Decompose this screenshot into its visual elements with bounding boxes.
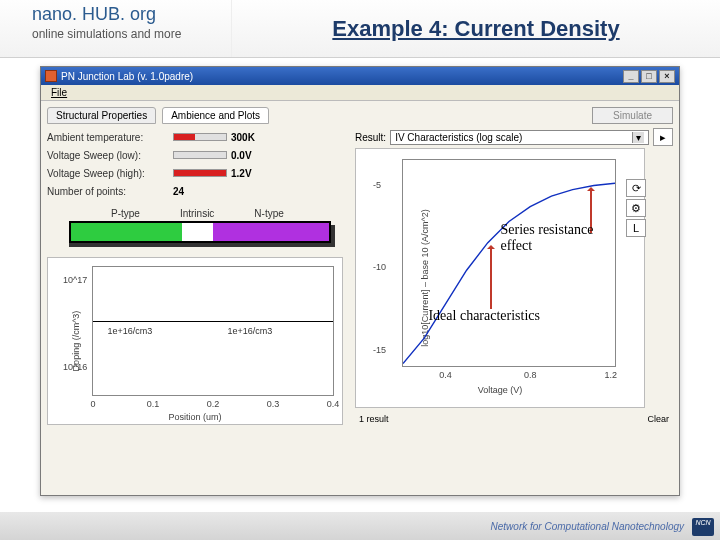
region-p: P-type	[111, 208, 140, 219]
iv-plot-area: -5 -10 -15 0.4 0.8 1.2 Series resistance…	[402, 159, 616, 367]
iv-curve	[403, 160, 615, 372]
doping-xtick-0: 0	[90, 399, 95, 409]
iv-xlabel: Voltage (V)	[356, 385, 644, 395]
window-content: Structural Properties Ambience and Plots…	[41, 101, 679, 495]
result-selector: Result: IV Characteristics (log scale) ▾…	[355, 128, 673, 146]
chevron-down-icon: ▾	[632, 132, 644, 143]
doping-xtick-4: 0.4	[327, 399, 340, 409]
iv-ytick-1: -10	[373, 262, 386, 272]
minimize-button[interactable]: _	[623, 70, 639, 83]
slide-title: Example 4: Current Density	[232, 0, 720, 57]
param-temp-value: 300K	[231, 132, 255, 143]
chart-toolbar: ⟳ ⚙ L	[626, 179, 646, 237]
region-n: N-type	[254, 208, 283, 219]
param-temp-label: Ambient temperature:	[47, 132, 169, 143]
app-window: PN Junction Lab (v. 1.0padre) _ □ × File…	[40, 66, 680, 496]
status-result-count: 1 result	[359, 414, 389, 424]
app-icon	[45, 70, 57, 82]
iv-ytick-2: -15	[373, 345, 386, 355]
legend-icon[interactable]: L	[626, 219, 646, 237]
doping-xtick-3: 0.3	[267, 399, 280, 409]
tab-structural[interactable]: Structural Properties	[47, 107, 156, 124]
annotation-series: Series resistance effect	[501, 222, 621, 254]
tab-row: Structural Properties Ambience and Plots…	[47, 107, 673, 124]
param-npts-label: Number of points:	[47, 186, 169, 197]
region-i: Intrinsic	[180, 208, 214, 219]
doping-line	[93, 321, 333, 322]
annotation-ideal: Ideal characteristics	[428, 308, 608, 324]
right-column: Result: IV Characteristics (log scale) ▾…	[355, 128, 673, 496]
ncn-badge: NCN	[692, 518, 714, 536]
chart-status: 1 result Clear	[355, 414, 673, 424]
brand-tagline: online simulations and more	[32, 27, 221, 41]
doping-xtick-2: 0.2	[207, 399, 220, 409]
param-vlow-value: 0.0V	[231, 150, 252, 161]
device-p-region	[71, 223, 182, 241]
param-vlow-label: Voltage Sweep (low):	[47, 150, 169, 161]
arrow-ideal	[490, 247, 492, 309]
result-label: Result:	[355, 132, 386, 143]
brand-logo: nano. HUB. org	[32, 4, 221, 25]
clear-button[interactable]: Clear	[647, 414, 669, 424]
doping-chart: Doping (/cm^3) 10^17 10^16 0 0.1 0.2 0.3…	[47, 257, 343, 425]
vlow-slider[interactable]	[173, 151, 227, 159]
window-title: PN Junction Lab (v. 1.0padre)	[61, 71, 193, 82]
doping-ytick-mid: 10^16	[63, 362, 87, 372]
maximize-button[interactable]: □	[641, 70, 657, 83]
doping-plot-area: 10^17 10^16 0 0.1 0.2 0.3 0.4 1e+16/cm3 …	[92, 266, 334, 396]
doping-ytick-max: 10^17	[63, 275, 87, 285]
footer-text: Network for Computational Nanotechnology	[491, 521, 684, 532]
result-value: IV Characteristics (log scale)	[395, 132, 522, 143]
menubar: File	[41, 85, 679, 101]
device-i-region	[182, 223, 213, 241]
next-result-button[interactable]: ▸	[653, 128, 673, 146]
simulate-button[interactable]: Simulate	[592, 107, 673, 124]
doping-xlabel: Position (um)	[48, 412, 342, 422]
param-npts-value: 24	[173, 186, 184, 197]
iv-chart: log10[Current] – base 10 (A/cm^2) -5 -10…	[355, 148, 645, 408]
device-n-region	[213, 223, 329, 241]
iv-ytick-0: -5	[373, 180, 381, 190]
temp-slider[interactable]	[173, 133, 227, 141]
slide-header: nano. HUB. org online simulations and mo…	[0, 0, 720, 58]
close-button[interactable]: ×	[659, 70, 675, 83]
param-vhigh-value: 1.2V	[231, 168, 252, 179]
left-column: Ambient temperature: 300K Voltage Sweep …	[47, 128, 347, 496]
doping-value-left: 1e+16/cm3	[107, 326, 152, 336]
brand-block: nano. HUB. org online simulations and mo…	[0, 0, 232, 57]
settings-icon[interactable]: ⚙	[626, 199, 646, 217]
window-titlebar[interactable]: PN Junction Lab (v. 1.0padre) _ □ ×	[41, 67, 679, 85]
tab-ambience[interactable]: Ambience and Plots	[162, 107, 269, 124]
zoom-reset-icon[interactable]: ⟳	[626, 179, 646, 197]
doping-xtick-1: 0.1	[147, 399, 160, 409]
doping-value-right: 1e+16/cm3	[227, 326, 272, 336]
result-combo[interactable]: IV Characteristics (log scale) ▾	[390, 130, 649, 145]
param-vhigh-label: Voltage Sweep (high):	[47, 168, 169, 179]
vhigh-slider[interactable]	[173, 169, 227, 177]
slide-footer: Network for Computational Nanotechnology…	[0, 512, 720, 540]
device-schematic	[69, 221, 331, 243]
region-labels: P-type Intrinsic N-type	[111, 208, 347, 219]
menu-file[interactable]: File	[45, 87, 73, 98]
